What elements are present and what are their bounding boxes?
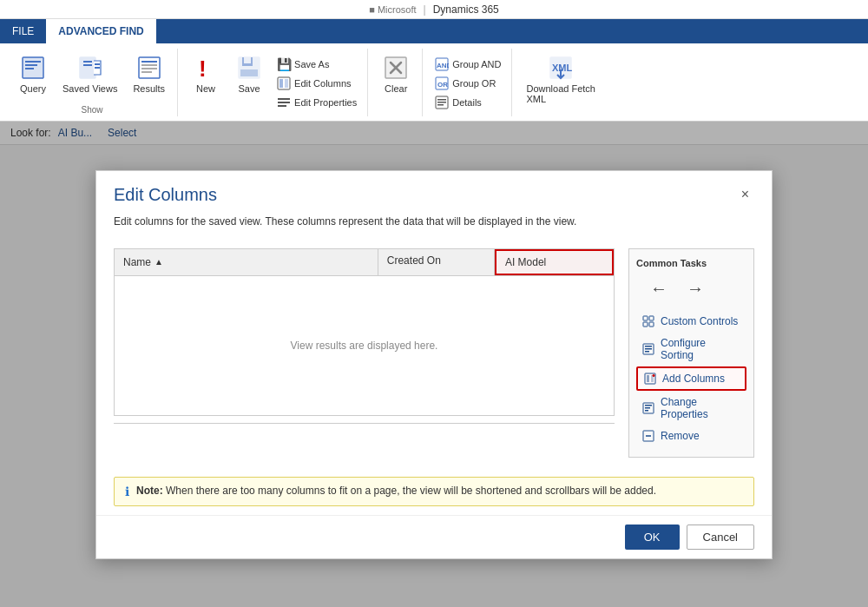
- svg-rect-41: [649, 316, 654, 320]
- custom-controls-task[interactable]: Custom Controls: [636, 311, 746, 332]
- app-name: Dynamics 365: [433, 3, 499, 16]
- dialog-header: Edit Columns ×: [96, 171, 772, 212]
- new-button[interactable]: ! New: [187, 52, 225, 96]
- svg-rect-8: [95, 63, 100, 65]
- small-buttons-col: 💾 Save As Edit Columns: [273, 52, 360, 111]
- custom-controls-label: Custom Controls: [661, 315, 738, 327]
- edit-columns-button[interactable]: Edit Columns: [273, 75, 360, 92]
- results-button[interactable]: Results: [128, 52, 170, 96]
- svg-rect-36: [437, 104, 444, 106]
- ribbon-group-clear: Clear: [370, 49, 423, 116]
- new-label: New: [196, 83, 215, 94]
- group-buttons: AND Group AND OR Group OR: [431, 49, 504, 115]
- arrow-left-button[interactable]: ←: [645, 277, 673, 300]
- dialog-close-button[interactable]: ×: [736, 185, 754, 204]
- download-fetch-xml-button[interactable]: XML Download FetchXML: [521, 52, 601, 106]
- svg-rect-13: [141, 68, 157, 69]
- saved-views-button[interactable]: Saved Views: [57, 52, 122, 96]
- svg-rect-19: [240, 69, 258, 76]
- svg-rect-18: [244, 57, 251, 63]
- change-properties-task[interactable]: Change Properties: [636, 393, 746, 424]
- add-columns-task[interactable]: Add Columns: [636, 366, 746, 391]
- configure-sorting-label: Configure Sorting: [661, 337, 741, 361]
- separator: |: [424, 3, 426, 16]
- ms-logo: ■ Microsoft: [369, 4, 416, 15]
- svg-rect-34: [437, 99, 446, 101]
- columns-divider: [114, 423, 615, 424]
- columns-table-body: View results are displayed here.: [115, 276, 614, 415]
- add-columns-label: Add Columns: [662, 373, 725, 385]
- add-columns-icon: [643, 372, 657, 386]
- ribbon-group-actions: ! New Save 💾 S: [180, 49, 368, 116]
- common-tasks-panel: Common Tasks ← →: [628, 248, 754, 458]
- svg-rect-7: [83, 64, 92, 66]
- tab-file[interactable]: FILE: [0, 19, 46, 43]
- saved-views-icon: [76, 54, 104, 82]
- save-button[interactable]: Save: [230, 52, 268, 96]
- ribbon-group-group: AND Group AND OR Group OR: [424, 49, 512, 116]
- svg-rect-43: [649, 322, 654, 327]
- clear-label: Clear: [385, 83, 407, 94]
- edit-columns-label: Edit Columns: [294, 78, 351, 89]
- edit-columns-dialog: Edit Columns × Edit columns for the save…: [95, 170, 773, 559]
- svg-rect-56: [645, 410, 648, 412]
- configure-sorting-task[interactable]: Configure Sorting: [636, 333, 746, 365]
- query-label: Query: [20, 83, 46, 94]
- top-bar: ■ Microsoft | Dynamics 365: [0, 0, 868, 19]
- clear-icon: [382, 54, 410, 82]
- save-label: Save: [239, 83, 260, 94]
- svg-rect-25: [278, 105, 286, 107]
- columns-table: Name ▲ Created On AI Model View resul: [114, 248, 615, 416]
- group-or-button[interactable]: OR Group OR: [431, 75, 504, 92]
- ribbon-toolbar: Query Saved Views: [0, 43, 868, 122]
- app-area: Look for: AI Bu... Select Edit Columns ×…: [0, 122, 868, 607]
- change-properties-label: Change Properties: [661, 396, 741, 420]
- cancel-button[interactable]: Cancel: [687, 525, 754, 550]
- svg-rect-14: [141, 71, 152, 73]
- tab-advanced-find[interactable]: ADVANCED FIND: [46, 19, 155, 43]
- dialog-title: Edit Columns: [114, 185, 217, 205]
- svg-rect-9: [95, 67, 100, 69]
- download-icon: XML: [547, 54, 575, 82]
- nav-arrows: ← →: [636, 277, 746, 300]
- svg-rect-47: [645, 351, 649, 353]
- svg-rect-3: [25, 64, 37, 66]
- save-as-label: Save As: [294, 59, 329, 69]
- svg-rect-12: [141, 64, 157, 66]
- info-icon: ℹ: [125, 485, 129, 498]
- col-ai-model-label: AI Model: [505, 256, 546, 268]
- new-icon: !: [192, 54, 220, 82]
- group-and-button[interactable]: AND Group AND: [431, 56, 504, 73]
- svg-rect-24: [278, 102, 290, 103]
- arrow-right-button[interactable]: →: [681, 277, 709, 300]
- remove-task[interactable]: Remove: [636, 426, 746, 446]
- details-button[interactable]: Details: [431, 94, 504, 111]
- sort-arrow: ▲: [155, 257, 163, 267]
- results-label: Results: [133, 83, 165, 94]
- note-bold: Note:: [136, 485, 163, 497]
- svg-rect-6: [83, 61, 92, 63]
- download-label: Download FetchXML: [526, 83, 595, 104]
- results-icon: [135, 54, 163, 82]
- columns-header-row: Name ▲ Created On AI Model: [115, 249, 614, 276]
- saved-views-label: Saved Views: [62, 83, 117, 94]
- dialog-subtitle: Edit columns for the saved view. These c…: [96, 212, 772, 238]
- configure-sorting-icon: [641, 342, 655, 356]
- svg-rect-2: [25, 61, 41, 63]
- svg-rect-45: [645, 346, 652, 347]
- clear-button[interactable]: Clear: [377, 52, 415, 96]
- ok-button[interactable]: OK: [625, 525, 680, 550]
- note-bar: ℹ Note: When there are too many columns …: [114, 477, 754, 506]
- query-button[interactable]: Query: [14, 52, 52, 96]
- svg-text:!: !: [199, 56, 207, 82]
- save-as-button[interactable]: 💾 Save As: [273, 56, 360, 73]
- svg-rect-35: [437, 102, 446, 103]
- save-icon: [235, 54, 263, 82]
- ribbon-group-show: Query Saved Views: [7, 49, 178, 116]
- note-text: Note: When there are too many columns to…: [136, 485, 656, 497]
- edit-properties-button[interactable]: Edit Properties: [273, 94, 360, 111]
- svg-text:OR: OR: [437, 81, 448, 89]
- empty-message: View results are displayed here.: [291, 340, 438, 352]
- columns-area: Name ▲ Created On AI Model View resul: [114, 248, 615, 458]
- svg-rect-49: [647, 375, 649, 382]
